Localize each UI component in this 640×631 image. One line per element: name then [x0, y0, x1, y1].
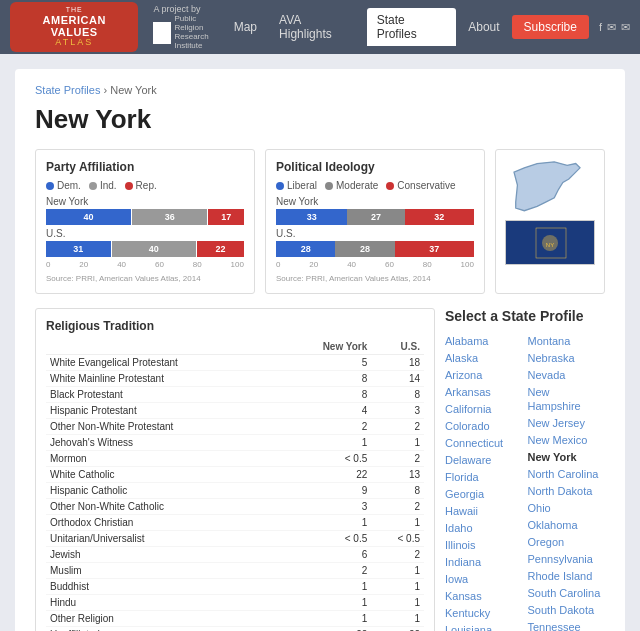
profile-state-link[interactable]: Nevada	[528, 369, 566, 381]
profile-state-link[interactable]: Idaho	[445, 522, 473, 534]
us-rep-bar: 22	[197, 241, 244, 257]
rel-table-row: Orthodox Christian11	[46, 515, 424, 531]
profile-list-item: Connecticut	[445, 436, 523, 450]
profile-state-link[interactable]: Rhode Island	[528, 570, 593, 582]
profile-state-link[interactable]: Connecticut	[445, 437, 503, 449]
profile-state-link[interactable]: Arkansas	[445, 386, 491, 398]
profile-list-item: Delaware	[445, 453, 523, 467]
profile-list-item: New York	[528, 450, 606, 464]
profile-list-item: North Dakota	[528, 484, 606, 498]
party-us-label: U.S.	[46, 228, 244, 239]
profile-list-item: Illinois	[445, 538, 523, 552]
profile-state-link[interactable]: Delaware	[445, 454, 491, 466]
profile-list-item: South Carolina	[528, 586, 606, 600]
profile-list-item: Georgia	[445, 487, 523, 501]
prri-icon	[153, 22, 171, 44]
profile-state-link[interactable]: Illinois	[445, 539, 476, 551]
ny-rep-bar: 17	[208, 209, 244, 225]
party-axis: 020406080100	[46, 260, 244, 269]
breadcrumb-link[interactable]: State Profiles	[35, 84, 100, 96]
profile-list-item: Rhode Island	[528, 569, 606, 583]
profile-state-link[interactable]: New Mexico	[528, 434, 588, 446]
profile-state-link[interactable]: South Dakota	[528, 604, 595, 616]
nav-highlights[interactable]: AVA Highlights	[269, 8, 365, 46]
rel-table-row: Unaffiliated2222	[46, 627, 424, 632]
header: THE AMERICAN VALUES ATLAS A project by P…	[0, 0, 640, 54]
profile-state-link[interactable]: New York	[528, 451, 577, 463]
state-map-card: NY	[495, 149, 605, 294]
profile-state-link[interactable]: Nebraska	[528, 352, 575, 364]
party-ny-group: New York 40 36 17	[46, 196, 244, 225]
legend-rep: Rep.	[125, 180, 157, 191]
breadcrumb: State Profiles › New York	[35, 84, 605, 96]
profile-list-item: California	[445, 402, 523, 416]
left-col: Religious Tradition New York U.S. White …	[35, 308, 435, 631]
profile-state-link[interactable]: Oregon	[528, 536, 565, 548]
profile-list-item: Montana	[528, 334, 606, 348]
rel-table-row: Jehovah's Witness11	[46, 435, 424, 451]
profile-state-link[interactable]: Arizona	[445, 369, 482, 381]
ny-cons-bar: 32	[405, 209, 474, 225]
ny-lib-bar: 33	[276, 209, 347, 225]
party-ny-label: New York	[46, 196, 244, 207]
profile-state-link[interactable]: North Carolina	[528, 468, 599, 480]
facebook-icon[interactable]: f	[599, 21, 602, 33]
nav-profiles[interactable]: State Profiles	[367, 8, 457, 46]
profile-list-item: Oregon	[528, 535, 606, 549]
profile-state-link[interactable]: North Dakota	[528, 485, 593, 497]
profile-state-link[interactable]: Iowa	[445, 573, 468, 585]
rel-tbody: White Evangelical Protestant518White Mai…	[46, 355, 424, 632]
ny-map-svg	[505, 155, 595, 215]
ideo-us-bar: 28 28 37	[276, 241, 474, 257]
nav-map[interactable]: Map	[224, 15, 267, 39]
profile-state-link[interactable]: Florida	[445, 471, 479, 483]
religious-tradition-title: Religious Tradition	[46, 319, 424, 333]
rel-table-row: Black Protestant88	[46, 387, 424, 403]
profile-state-link[interactable]: Colorado	[445, 420, 490, 432]
rel-table-row: White Catholic2213	[46, 467, 424, 483]
profile-list-item: Louisiana	[445, 623, 523, 631]
logo[interactable]: THE AMERICAN VALUES ATLAS	[10, 2, 138, 52]
profile-state-link[interactable]: New Jersey	[528, 417, 585, 429]
profile-cols: AlabamaAlaskaArizonaArkansasCaliforniaCo…	[445, 334, 605, 631]
ideo-ny-label: New York	[276, 196, 474, 207]
ideo-us-group: U.S. 28 28 37	[276, 228, 474, 257]
profile-state-link[interactable]: Hawaii	[445, 505, 478, 517]
political-ideology-title: Political Ideology	[276, 160, 474, 174]
profile-state-link[interactable]: New Hampshire	[528, 386, 581, 412]
profile-state-link[interactable]: South Carolina	[528, 587, 601, 599]
profile-state-link[interactable]: Alabama	[445, 335, 488, 347]
profile-list-item: Nebraska	[528, 351, 606, 365]
profile-col1: AlabamaAlaskaArizonaArkansasCaliforniaCo…	[445, 334, 523, 631]
nav-subscribe[interactable]: Subscribe	[512, 15, 589, 39]
party-legend: Dem. Ind. Rep.	[46, 180, 244, 191]
profile-list-item: New Mexico	[528, 433, 606, 447]
rel-col-ny: New York	[280, 339, 371, 355]
profile-state-link[interactable]: Kansas	[445, 590, 482, 602]
party-source: Source: PRRI, American Values Atlas, 201…	[46, 274, 244, 283]
rel-table-row: Hindu11	[46, 595, 424, 611]
profile-state-link[interactable]: Alaska	[445, 352, 478, 364]
profile-state-link[interactable]: Oklahoma	[528, 519, 578, 531]
profile-state-link[interactable]: Pennsylvania	[528, 553, 593, 565]
profile-state-link[interactable]: Kentucky	[445, 607, 490, 619]
legend-dem: Dem.	[46, 180, 81, 191]
profile-list-item: Hawaii	[445, 504, 523, 518]
profile-list-item: Oklahoma	[528, 518, 606, 532]
profile-state-link[interactable]: Louisiana	[445, 624, 492, 631]
profile-title: Select a State Profile	[445, 308, 605, 324]
profile-state-link[interactable]: Ohio	[528, 502, 551, 514]
rel-table-row: Hispanic Protestant43	[46, 403, 424, 419]
profile-state-link[interactable]: Indiana	[445, 556, 481, 568]
email-icon[interactable]: ✉	[621, 21, 630, 34]
us-lib-bar: 28	[276, 241, 335, 257]
profile-state-link[interactable]: Tennessee	[528, 621, 581, 631]
profile-state-link[interactable]: California	[445, 403, 491, 415]
nav-about[interactable]: About	[458, 15, 509, 39]
twitter-icon[interactable]: ✉	[607, 21, 616, 34]
profile-state-link[interactable]: Georgia	[445, 488, 484, 500]
profile-state-link[interactable]: Montana	[528, 335, 571, 347]
us-cons-bar: 37	[395, 241, 474, 257]
ny-flag: NY	[505, 220, 595, 265]
rel-table-row: Unitarian/Universalist< 0.5< 0.5	[46, 531, 424, 547]
